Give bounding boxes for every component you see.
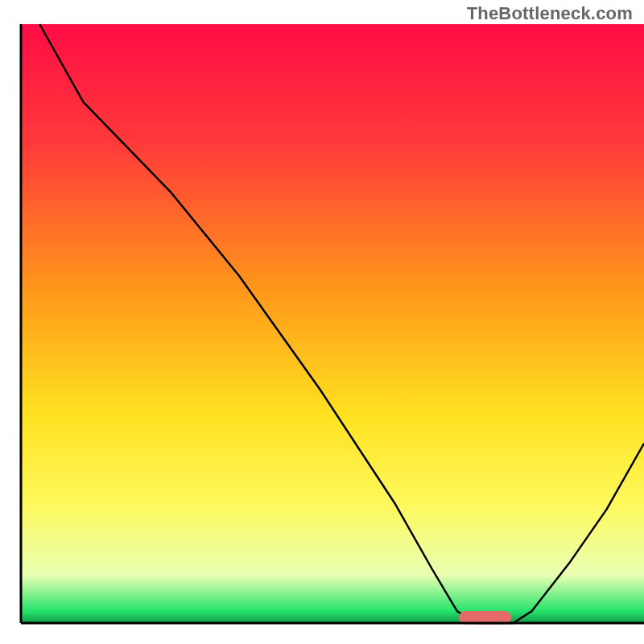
chart-container: TheBottleneck.com	[0, 0, 644, 644]
watermark-text: TheBottleneck.com	[467, 3, 633, 24]
gradient-background	[21, 24, 644, 623]
bottleneck-chart	[0, 0, 644, 644]
